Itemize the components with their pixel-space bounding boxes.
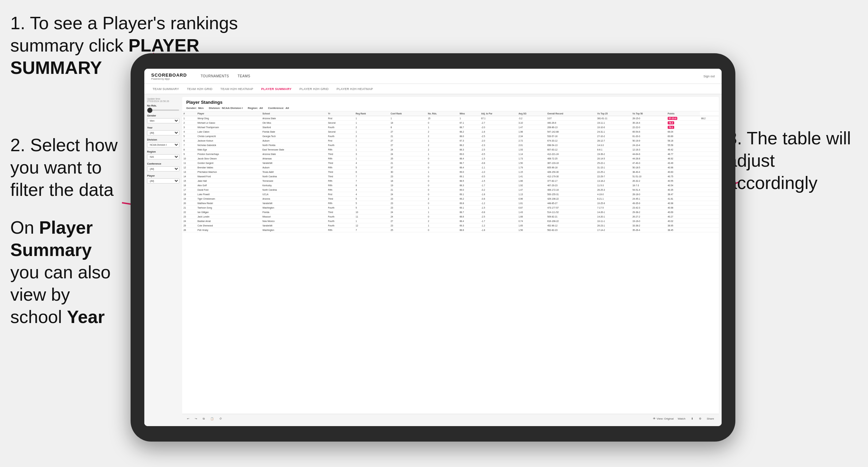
nav-tournaments[interactable]: TOURNAMENTS (201, 74, 229, 79)
table-row[interactable]: 21Taehoon SongWashingtonFourth523169.1-1… (182, 205, 719, 210)
sub-nav-team-summary[interactable]: TEAM SUMMARY (151, 87, 180, 91)
header-right: Sign out (703, 75, 715, 78)
table-row[interactable]: 13Phichaksn MaichonTexas A&MThird630169.… (182, 170, 719, 174)
col-wins: Wins (458, 111, 480, 116)
table-row[interactable]: 1Wenyi DingArizona StateFirst1115167.1-3… (182, 116, 719, 121)
year-filter-label: Year (147, 126, 179, 129)
region-select[interactable]: N/A (147, 154, 179, 159)
table-row[interactable]: 2Michael Le SassoOle MissSecond118067.1-… (182, 121, 719, 125)
table-row[interactable]: 18Luke PowellUCLAFirst424069.1-1.81.1350… (182, 192, 719, 197)
no-rds-label: No Rds. (147, 104, 179, 107)
table-row[interactable]: 9Preston SummerhaysArizona StateThird324… (182, 152, 719, 156)
gender-select[interactable]: Men (147, 118, 179, 123)
redo-btn[interactable]: ↪ (193, 416, 199, 421)
col-adj: Adj. to Par (480, 111, 517, 116)
download-btn[interactable]: ⬇ (690, 416, 695, 421)
region-filter-label: Region (147, 150, 179, 153)
col-vs-top25: Vs Top 25 (596, 111, 631, 116)
table-row[interactable]: 12Brendan ValdesAuburnFifth537068.4-1.11… (182, 165, 719, 170)
table-row[interactable]: 24Bastian AmatNew MexicoFourth127268.4-1… (182, 219, 719, 223)
nav-items: TOURNAMENTS TEAMS (201, 74, 693, 79)
conference-select[interactable]: (All) (147, 166, 179, 171)
logo-sub: Powered by dippi (151, 78, 187, 80)
col-school: School (261, 111, 327, 116)
table-area: Player Standings Gender: Men Division: N… (182, 97, 719, 423)
table-row[interactable]: 23Jack LundinMissouriFourth1124068.6-2.5… (182, 214, 719, 219)
sub-nav-team-h2h-grid[interactable]: TEAM H2H GRID (186, 87, 214, 91)
table-row[interactable]: 14Maxwell FordNorth CarolinaThird723069.… (182, 174, 719, 179)
sign-out-link[interactable]: Sign out (703, 75, 715, 78)
logo-area: SCOREBOARD Powered by dippi (151, 73, 187, 80)
view-icon: 👁 (653, 417, 656, 420)
nav-teams[interactable]: TEAMS (237, 74, 250, 79)
no-rds-slider-container (147, 108, 179, 111)
year-select[interactable]: (All) (147, 130, 179, 135)
annotation-step2-text: 2. Select how you want to filter the dat… (10, 135, 118, 200)
table-row[interactable]: 10Jacob Skov OlesenArkansasFifth125068.4… (182, 156, 719, 161)
table-filter-conference: Conference: All (268, 107, 289, 110)
col-avg-sg: Avg SG (517, 111, 546, 116)
paste-btn[interactable]: 📋 (209, 416, 215, 421)
col-overall: Overall Record (546, 111, 596, 116)
table-row[interactable]: 16Alex GoffKentuckyFifth819068.3-1.71.92… (182, 183, 719, 188)
table-row[interactable]: 7Nicholas GabrelcikNorth FloridaFourth12… (182, 143, 719, 147)
sub-nav-team-h2h-heatmap[interactable]: TEAM H2H HEATMAP (219, 87, 255, 91)
table-row[interactable]: 17David FordNorth CarolinaFifth421069.0-… (182, 188, 719, 192)
col-points: Points (666, 111, 700, 116)
table-header-section: Player Standings Gender: Men Division: N… (182, 97, 719, 111)
col-reg-rank: Reg Rank (354, 111, 389, 116)
share-btn[interactable]: Share (705, 416, 715, 421)
player-select[interactable]: (All) (147, 178, 179, 184)
col-player: Player (196, 111, 261, 116)
no-rds-slider[interactable] (147, 110, 179, 111)
tablet-device: SCOREBOARD Powered by dippi TOURNAMENTS … (131, 53, 735, 442)
sub-nav-player-h2h-grid[interactable]: PLAYER H2H GRID (298, 87, 330, 91)
division-filter-label: Division (147, 138, 179, 141)
col-yr: Yr (326, 111, 354, 116)
annotation-bottom: On Player Summary you can also view by s… (10, 216, 124, 328)
copy-btn[interactable]: ⧉ (201, 416, 206, 421)
conference-filter-label: Conference (147, 162, 179, 165)
table-row[interactable]: 4Luke ClatonFlorida StateSecond127268.2-… (182, 130, 719, 134)
bottom-toolbar: ↩ ↪ ⧉ 📋 ⏱ 👁 View: Original Watch ⬇ ⚙ Sha… (182, 414, 719, 423)
table-row[interactable]: 15Jake HallTennesseeFifth718068.5-1.51.6… (182, 179, 719, 183)
view-label[interactable]: View: Original (657, 417, 674, 420)
main-content: Update time: 27/03/2024 16:56:26 No Rds.… (144, 94, 722, 426)
col-conf-rank: Conf Rank (389, 111, 427, 116)
annotation-step1-prefix: 1. To see a Player's rankings summary cl… (10, 13, 238, 55)
undo-btn[interactable]: ↩ (186, 416, 191, 421)
table-row[interactable]: 3Michael ThorbjornsenStanfordFourth28168… (182, 125, 719, 130)
table-filter-region: Region: All (248, 107, 263, 110)
table-row[interactable]: 11Gordon SargentVanderbiltThird421068.7-… (182, 161, 719, 165)
table-row[interactable]: 8Mats EgeEast Tennessee StateFifth124268… (182, 147, 719, 152)
sidebar-filters: Update time: 27/03/2024 16:56:26 No Rds.… (144, 94, 182, 426)
table-row[interactable]: 5Christo LamprechtGeorgia TechFourth2212… (182, 134, 719, 138)
sub-nav: TEAM SUMMARY TEAM H2H GRID TEAM H2H HEAT… (144, 84, 722, 94)
sub-nav-player-h2h-heatmap[interactable]: PLAYER H2H HEATMAP (335, 87, 374, 91)
table-filter-division: Division: NCAA Division I (209, 107, 243, 110)
table-filter-gender: Gender: Men (186, 107, 204, 110)
update-time: Update time: 27/03/2024 16:56:26 (147, 98, 179, 102)
table-row[interactable]: 26Petr HrubyWashingtonFifth725068.6-1.81… (182, 228, 719, 232)
table-row[interactable]: 20Matthew RiedelVanderbiltFifth523069.8-… (182, 201, 719, 205)
toolbar-right: Watch ⬇ ⚙ Share (676, 416, 715, 421)
col-vs-top50: Vs Top 50 (631, 111, 666, 116)
annotation-bottom-prefix: On (10, 218, 39, 237)
toolbar-view: 👁 View: Original (653, 417, 674, 420)
sub-nav-player-summary[interactable]: PLAYER SUMMARY (260, 87, 293, 91)
division-select[interactable]: NCAA Division I (147, 142, 179, 147)
table-row[interactable]: 19Tiger ChristensenArizonaThird523269.2-… (182, 197, 719, 201)
annotation-step2: 2. Select how you want to filter the dat… (10, 134, 120, 201)
annotation-step3-text: 3. The table will adjust accordingly (727, 128, 851, 193)
gender-filter-label: Gender (147, 114, 179, 117)
settings-btn[interactable]: ⚙ (698, 416, 703, 421)
data-table: # Player School Yr Reg Rank Conf Rank No… (182, 111, 719, 414)
annotation-bottom-bold2: Year (67, 307, 105, 327)
watch-btn[interactable]: Watch (676, 416, 687, 421)
table-row[interactable]: 25Cole SherwoodVanderbiltFourth1223169.3… (182, 223, 719, 228)
clock-btn[interactable]: ⏱ (218, 416, 223, 421)
logo-text: SCOREBOARD (151, 73, 187, 78)
table-row[interactable]: 6Jackson KoivunAuburnFirst127167.3-2.02.… (182, 138, 719, 143)
table-row[interactable]: 22Ian GilliganFloridaThird1024168.7-0.81… (182, 210, 719, 214)
annotation-step3: 3. The table will adjust accordingly (727, 127, 858, 194)
